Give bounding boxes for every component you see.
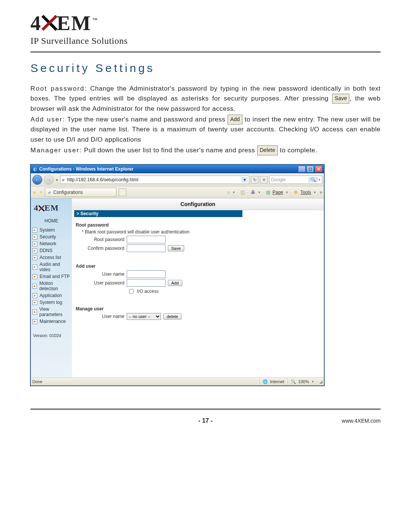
brand-logo: 4 EM ™: [30, 11, 381, 35]
config-header: Configuration: [72, 198, 324, 210]
internet-zone-icon: 🌐: [263, 379, 268, 384]
sidebar-home[interactable]: HOME: [31, 217, 72, 227]
toolbar-overflow-icon[interactable]: »: [320, 190, 322, 195]
ie-navbar: ← → ▾ ℯ http://192.168.4.6/setup/config.…: [31, 173, 324, 187]
sidebar-list: ▸System ▸Security ▸Network ▸DDNS ▸Access…: [31, 227, 72, 325]
label-io-access: I/O access: [137, 289, 159, 294]
sidebar-item-view-parameters[interactable]: ▸View parameters: [31, 306, 72, 318]
page-menu-icon: ▤: [266, 190, 270, 195]
tools-menu-icon: ⚙: [294, 190, 298, 195]
ie-window-title: Configurations - Windows Internet Explor…: [39, 166, 134, 172]
refresh-button[interactable]: ↻: [251, 176, 258, 184]
minimize-button[interactable]: _: [298, 166, 306, 173]
input-user-name[interactable]: [127, 270, 166, 278]
form-area: Root password * Blank root password will…: [72, 217, 243, 325]
search-dropdown[interactable]: ▾: [319, 178, 320, 182]
footer-divider: [30, 409, 381, 410]
print-icon[interactable]: 🖶: [251, 190, 255, 195]
p1-lead: Root password:: [30, 85, 87, 92]
stop-button[interactable]: ✕: [260, 176, 268, 184]
sidebar-item-network[interactable]: ▸Network: [31, 240, 72, 247]
section-manage-user: Manage user: [76, 306, 239, 312]
sidebar-item-access-list[interactable]: ▸Access list: [31, 254, 72, 261]
tab-favicon-icon: ℯ: [48, 190, 51, 195]
page-menu[interactable]: Page: [272, 190, 283, 195]
tools-menu[interactable]: Tools: [300, 190, 311, 195]
feeds-icon[interactable]: ◫: [241, 190, 245, 195]
maximize-button[interactable]: ☐: [306, 166, 314, 173]
breadcrumb: > Security: [74, 210, 242, 217]
status-zoom[interactable]: 🔍 100% ▾: [287, 378, 317, 385]
sidebar-logo: 4 EM: [31, 201, 72, 217]
root-password-note: * Blank root password will disable user …: [82, 229, 239, 235]
p3-rest: Pull down the user list to find the user…: [82, 147, 257, 154]
sidebar-item-ddns[interactable]: ▸DDNS: [31, 247, 72, 254]
ie-statusbar: Done 🌐 Internet 🔍 100% ▾ ◢: [31, 377, 324, 385]
status-done: Done: [32, 379, 47, 384]
input-user-password[interactable]: [127, 279, 166, 287]
zoom-icon: 🔍: [291, 379, 296, 384]
input-confirm-password[interactable]: [127, 244, 166, 252]
add-button[interactable]: Add: [168, 280, 182, 286]
sidebar-item-security[interactable]: ▸Security: [31, 233, 72, 240]
sidebar-item-email-ftp[interactable]: ▸Email and FTP: [31, 273, 72, 280]
header-divider: [30, 51, 381, 53]
favorites-star-icon[interactable]: ★: [32, 190, 37, 195]
config-main: Configuration > Security Root password *…: [72, 198, 324, 377]
input-root-password[interactable]: [127, 236, 166, 243]
status-zone: 🌐 Internet: [259, 378, 287, 385]
ie-window: ◐ Configurations - Windows Internet Expl…: [30, 165, 324, 386]
p2-rest: Type the new user's name and password an…: [65, 116, 228, 123]
back-button[interactable]: ←: [32, 175, 42, 185]
body-text: Root password: Change the Administrator'…: [30, 84, 381, 155]
nav-history-dropdown[interactable]: ▾: [55, 178, 59, 182]
new-tab-button[interactable]: [119, 189, 126, 196]
label-user-password: User password: [83, 280, 124, 286]
sidebar-item-maintenance[interactable]: ▸Maintenance: [31, 318, 72, 325]
config-sidebar: 4 EM HOME ▸System ▸Security ▸Network ▸DD…: [31, 198, 72, 377]
home-icon[interactable]: ⌂: [227, 190, 230, 195]
sidebar-item-motion-detection[interactable]: ▸Motion detection: [31, 280, 72, 292]
address-dropdown[interactable]: ▾: [242, 177, 247, 182]
ie-tabbar: ★ ✦ ℯ Configurations ⌂▾ · ◫ · 🖶▾ · ▤ Pag…: [31, 187, 324, 198]
address-bar[interactable]: ℯ http://192.168.4.6/setup/config.html ▾: [60, 176, 249, 184]
sidebar-item-application[interactable]: ▸Application: [31, 292, 72, 299]
footer-url: www.4XEM.com: [320, 418, 381, 424]
select-user[interactable]: -- no user --: [127, 313, 161, 320]
sidebar-item-system[interactable]: ▸System: [31, 227, 72, 233]
save-button[interactable]: Save: [168, 245, 184, 251]
label-root-password: Root password: [83, 237, 124, 242]
ie-titlebar: ◐ Configurations - Windows Internet Expl…: [31, 165, 324, 173]
search-placeholder: Google: [271, 177, 286, 182]
brand-tm: ™: [92, 17, 98, 23]
search-icon[interactable]: 🔍: [309, 177, 318, 182]
tab-title: Configurations: [53, 190, 83, 195]
sidebar-x-icon: [38, 205, 45, 212]
sidebar-item-system-log[interactable]: ▸System log: [31, 299, 72, 306]
p2-lead: Add user:: [30, 116, 65, 123]
browser-tab[interactable]: ℯ Configurations: [45, 188, 116, 197]
resize-grip-icon[interactable]: ◢: [317, 379, 322, 384]
label-user-name: User name: [83, 272, 124, 277]
p3-tail: to complete.: [278, 147, 317, 154]
p3-lead: Manager user:: [30, 147, 82, 154]
search-box[interactable]: Google 🔍 ▾: [269, 176, 322, 184]
forward-button[interactable]: →: [44, 175, 54, 185]
delete-button[interactable]: delete: [163, 313, 182, 320]
brand-tagline: IP Surveillance Solutions: [30, 36, 381, 46]
brand-x-icon: [41, 14, 58, 32]
inline-delete-button: Delete: [257, 145, 278, 155]
ie-right-tools: ⌂▾ · ◫ · 🖶▾ · ▤ Page▾ · ⚙ Tools▾ »: [227, 190, 322, 195]
sidebar-version: Version: 0102d: [31, 333, 72, 338]
section-root-password: Root password: [76, 222, 239, 228]
checkbox-io-access[interactable]: [129, 289, 134, 294]
close-button[interactable]: ✕: [315, 166, 322, 173]
page-favicon-icon: ℯ: [62, 177, 65, 182]
brand-4: 4: [30, 11, 41, 35]
sidebar-logo-em: EM: [45, 203, 59, 213]
section-heading: Security Settings: [30, 62, 381, 75]
label-confirm-password: Confirm password: [83, 246, 124, 251]
page-number: - 17 -: [198, 417, 212, 424]
add-favorites-icon[interactable]: ✦: [39, 190, 43, 195]
sidebar-item-audio-video[interactable]: ▸Audio and video: [31, 261, 72, 273]
